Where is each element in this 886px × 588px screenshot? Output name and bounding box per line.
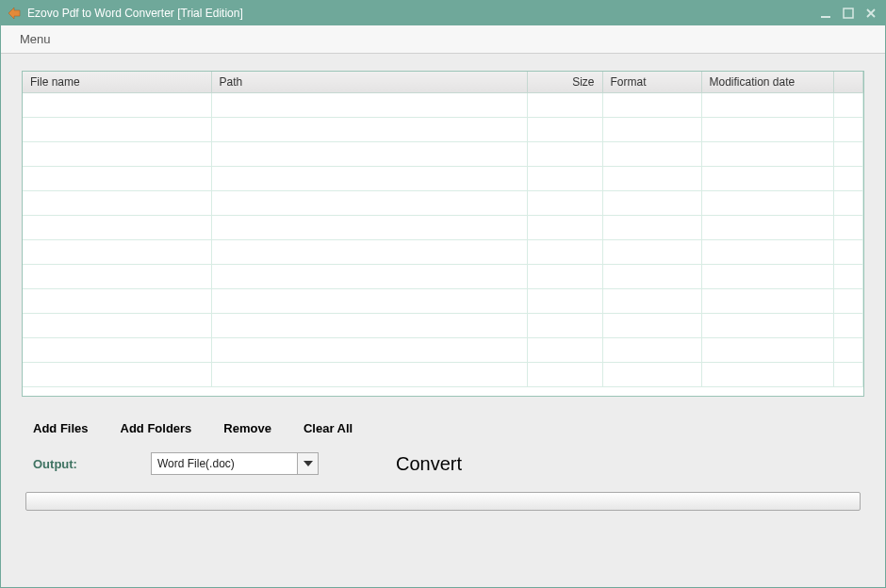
table-row[interactable] [23,142,863,167]
table-row[interactable] [23,265,863,289]
remove-button[interactable]: Remove [223,421,271,435]
table-row[interactable] [23,314,863,338]
add-folders-button[interactable]: Add Folders [121,421,192,435]
header-filename[interactable]: File name [23,72,211,93]
table-body [23,93,863,387]
progress-bar [25,492,861,511]
dropdown-toggle-button[interactable] [297,453,318,474]
output-row: Output: Word File(.doc) Convert [22,445,864,492]
table-row[interactable] [23,191,863,216]
output-format-dropdown[interactable]: Word File(.doc) [151,452,319,475]
output-format-value: Word File(.doc) [152,453,297,474]
clear-all-button[interactable]: Clear All [304,421,353,435]
header-modification-date[interactable]: Modification date [701,72,833,93]
progress-area [22,492,864,516]
table-row[interactable] [23,167,863,191]
menu-item-menu[interactable]: Menu [10,28,60,50]
content-area: File name Path Size Format Modification … [1,54,885,587]
close-button[interactable] [862,6,879,21]
table-header-row: File name Path Size Format Modification … [23,72,863,93]
app-window: Ezovo Pdf to Word Converter [Trial Editi… [0,0,886,588]
file-table: File name Path Size Format Modification … [22,71,864,397]
table-row[interactable] [23,240,863,265]
action-row: Add Files Add Folders Remove Clear All [22,397,864,445]
app-icon [7,6,22,21]
output-label: Output: [33,457,123,471]
header-path[interactable]: Path [211,72,527,93]
table-row[interactable] [23,93,863,118]
convert-button[interactable]: Convert [396,453,462,475]
chevron-down-icon [304,461,313,466]
window-controls [817,6,879,21]
table-row[interactable] [23,289,863,314]
header-size[interactable]: Size [527,72,602,93]
menubar: Menu [1,25,885,54]
table-row[interactable] [23,118,863,142]
header-extra[interactable] [833,72,863,93]
add-files-button[interactable]: Add Files [33,421,89,435]
minimize-button[interactable] [817,6,834,21]
maximize-button[interactable] [840,6,857,21]
svg-rect-1 [844,8,853,18]
table-row[interactable] [23,216,863,240]
table-row[interactable] [23,363,863,387]
titlebar: Ezovo Pdf to Word Converter [Trial Editi… [1,1,885,25]
window-title: Ezovo Pdf to Word Converter [Trial Editi… [27,7,817,20]
header-format[interactable]: Format [602,72,701,93]
svg-rect-0 [821,16,830,18]
table-row[interactable] [23,338,863,363]
